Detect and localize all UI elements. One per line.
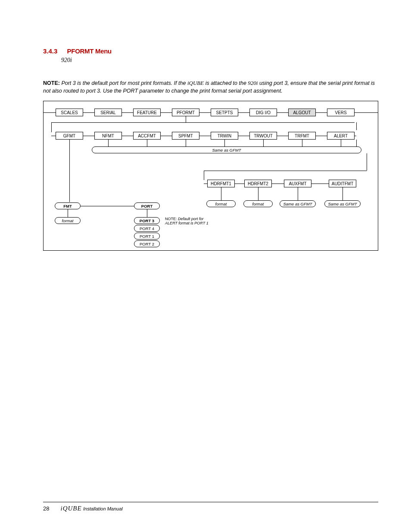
format-option: format	[55, 217, 81, 224]
menu-node: GFMT	[56, 132, 83, 140]
menu-node: TRFMT	[288, 132, 316, 140]
format-option: Same as GFMT	[280, 200, 316, 207]
section-heading: 3.4.3 PFORMT Menu	[43, 47, 378, 55]
menu-node: SPFMT	[172, 132, 199, 140]
menu-node: SETPTS	[211, 109, 238, 116]
section-number: 3.4.3	[43, 47, 57, 55]
menu-node: ALGOUT	[288, 109, 316, 116]
format-option: Same as GFMT	[324, 200, 361, 207]
port-node: PORT	[134, 202, 160, 209]
device-name: 920i	[248, 80, 258, 86]
menu-node: ACCFMT	[133, 132, 161, 140]
port-option: PORT 3	[134, 217, 160, 224]
diagram-footnote: NOTE: Default port for ALERT format is P…	[165, 217, 217, 226]
note-text: Port 3 is the default port for most prin…	[61, 80, 187, 86]
menu-node: TRWIN	[211, 132, 238, 140]
menu-node: PFORMT	[172, 109, 199, 116]
note-label: NOTE:	[43, 80, 60, 86]
note-text: is attached to the	[204, 80, 248, 86]
menu-node: AUXFMT	[284, 180, 311, 187]
format-option: format	[206, 200, 236, 207]
menu-node: AUDITFMT	[329, 180, 356, 187]
menu-node: ALERT	[327, 132, 355, 140]
port-option: PORT 4	[134, 225, 160, 232]
port-option: PORT 1	[134, 233, 160, 240]
section-title: PFORMT Menu	[67, 47, 112, 55]
footer-product: iQUBE	[60, 505, 81, 512]
menu-node: VERS	[327, 109, 355, 116]
menu-node: FEATURE	[133, 109, 161, 116]
menu-node: SERIAL	[94, 109, 122, 116]
section-subtitle: 920i	[61, 57, 378, 64]
format-option: format	[243, 200, 273, 207]
menu-node: TRWOUT	[249, 132, 277, 140]
menu-node: HDRFMT2	[244, 180, 272, 187]
menu-node: HDRFMT1	[207, 180, 235, 187]
menu-node: NFMT	[94, 132, 122, 140]
fmt-node: FMT	[55, 202, 81, 209]
menu-diagram: SCALES SERIAL FEATURE PFORMT SETPTS DIG …	[43, 101, 378, 251]
menu-node: SCALES	[56, 109, 83, 116]
note-paragraph: NOTE: Port 3 is the default port for mos…	[43, 79, 378, 95]
same-as-gfmt-bar: Same as GFMT	[92, 146, 361, 153]
port-option: PORT 2	[134, 240, 160, 247]
page-number: 28	[43, 505, 49, 512]
page-footer: 28 iQUBE Installation Manual	[43, 502, 378, 512]
menu-node: DIG I/O	[249, 109, 277, 116]
device-name: iQUBE	[187, 80, 204, 86]
footer-title: Installation Manual	[83, 506, 123, 511]
